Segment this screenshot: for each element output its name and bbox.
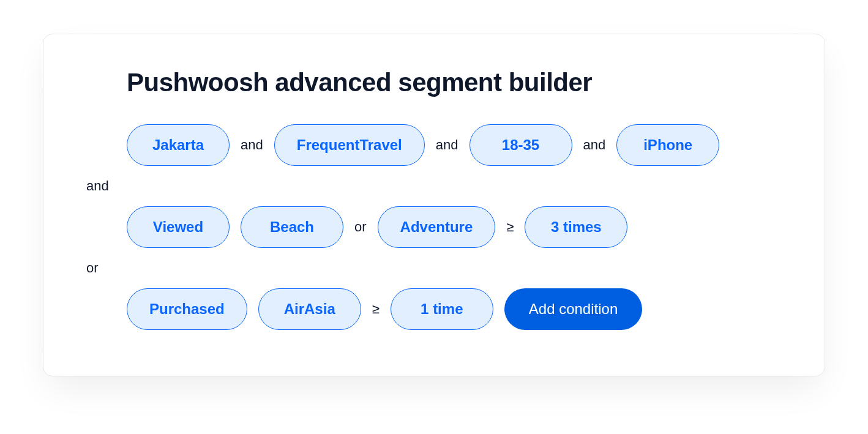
pill-beach[interactable]: Beach — [241, 206, 343, 248]
page-title: Pushwoosh advanced segment builder — [86, 68, 782, 97]
operator-and: and — [436, 137, 458, 153]
pill-airasia[interactable]: AirAsia — [258, 288, 361, 330]
row-connector-and: and — [86, 174, 782, 198]
operator-and: and — [583, 137, 606, 153]
add-condition-button[interactable]: Add condition — [504, 288, 642, 330]
operator-gte: ≥ — [372, 301, 380, 317]
pill-viewed[interactable]: Viewed — [127, 206, 230, 248]
segment-builder-card: Pushwoosh advanced segment builder Jakar… — [43, 34, 825, 376]
pill-adventure[interactable]: Adventure — [378, 206, 496, 248]
condition-row-2: Viewed Beach or Adventure ≥ 3 times — [86, 206, 782, 248]
operator-and: and — [241, 137, 263, 153]
pill-jakarta[interactable]: Jakarta — [127, 124, 230, 166]
pill-iphone[interactable]: iPhone — [616, 124, 719, 166]
condition-row-1: Jakarta and FrequentTravel and 18-35 and… — [86, 124, 782, 166]
pill-3-times[interactable]: 3 times — [525, 206, 627, 248]
pill-purchased[interactable]: Purchased — [127, 288, 247, 330]
condition-row-3: Purchased AirAsia ≥ 1 time Add condition — [86, 288, 782, 330]
operator-gte: ≥ — [506, 219, 514, 235]
pill-age-range[interactable]: 18-35 — [470, 124, 572, 166]
pill-frequent-travel[interactable]: FrequentTravel — [274, 124, 425, 166]
conditions-container: Jakarta and FrequentTravel and 18-35 and… — [86, 124, 782, 330]
operator-or: or — [354, 219, 367, 235]
pill-1-time[interactable]: 1 time — [391, 288, 493, 330]
row-connector-or: or — [86, 256, 782, 280]
